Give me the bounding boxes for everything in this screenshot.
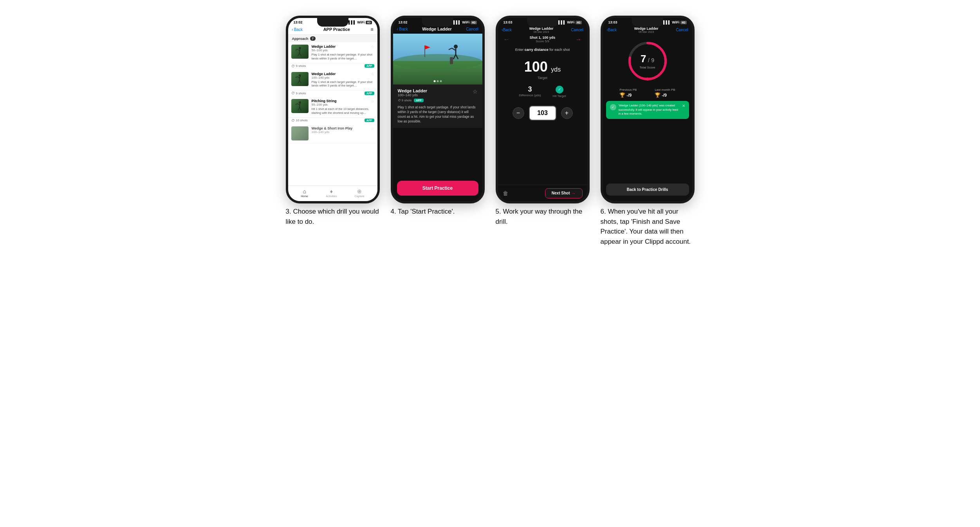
star-icon-detail[interactable]: ☆ bbox=[473, 88, 478, 95]
caption-4: 4. Tap 'Start Practice'. bbox=[391, 207, 485, 246]
phone-6-notch bbox=[632, 18, 663, 27]
drill-detail-yds-4: 100–140 yds bbox=[398, 93, 428, 97]
drill-desc-1: Play 1 shot at each target yardage. If y… bbox=[312, 53, 374, 61]
drill-yds-4: 100–140 yds bbox=[312, 130, 353, 134]
svg-point-21 bbox=[454, 45, 458, 49]
time-4: 13:02 bbox=[399, 20, 408, 24]
drill-detail-card-4: Wedge Ladder 100–140 yds ☆ ⏱ 9 shots APP… bbox=[393, 85, 482, 128]
drill-name-3: Pitching String bbox=[312, 99, 337, 103]
phone-4-screen: 13:02 ▌▌▌ WiFi 4G ‹ Back Wedge Ladder Ca… bbox=[393, 18, 482, 201]
drill-meta-2: ⏱ 9 shots APP bbox=[288, 90, 377, 97]
stats-row: 3 Difference (yds) ✓ Hit Target bbox=[498, 81, 587, 102]
svg-line-3 bbox=[300, 53, 301, 56]
success-toast: ✓ 'Wedge Ladder (100–140 yds)' was creat… bbox=[606, 101, 689, 119]
app-badge-3: APP bbox=[365, 119, 374, 122]
capture-icon: ⊕ bbox=[357, 188, 362, 194]
next-shot-button[interactable]: Next Shot → bbox=[545, 188, 583, 198]
drill-item-3[interactable]: Pitching String 55–100 yds ☆ Hit 1 shot … bbox=[288, 97, 377, 118]
drill-meta-1: ⏱ 9 shots APP bbox=[288, 63, 377, 70]
phone-4-section: 13:02 ▌▌▌ WiFi 4G ‹ Back Wedge Ladder Ca… bbox=[391, 16, 485, 203]
phone-5-notch bbox=[527, 18, 558, 27]
cancel-button-6[interactable]: Cancel bbox=[676, 28, 688, 32]
trophy-icon-1: 🏆 bbox=[619, 92, 625, 98]
battery-icon-4: 4G bbox=[471, 21, 476, 24]
drill-desc-3: Hit 1 shot at each of the 10 target dist… bbox=[312, 107, 374, 115]
star-icon-1[interactable]: ☆ bbox=[371, 45, 374, 49]
caption-6: 6. When you've hit all your shots, tap '… bbox=[601, 207, 695, 246]
shots-count-2: ⏱ 9 shots bbox=[291, 91, 306, 95]
category-label-3: Approach 7 bbox=[288, 35, 377, 42]
phones-container: 13:02 ▌▌▌ WiFi 4G ‹ Back APP Practice ≡ … bbox=[286, 16, 695, 203]
score-circle-wrap: 7 / 9 Total Score bbox=[626, 40, 669, 83]
phone-6-screen: 13:03 ▌▌▌ WiFi 4G ‹ Back Wedge Ladder 06… bbox=[603, 18, 692, 201]
back-button-4[interactable]: ‹ Back bbox=[397, 27, 408, 31]
last-month-pb-value: 🏆 -/9 bbox=[655, 92, 675, 98]
phone-3-frame: 13:02 ▌▌▌ WiFi 4G ‹ Back APP Practice ≡ … bbox=[286, 16, 380, 203]
svg-line-11 bbox=[296, 77, 298, 77]
start-practice-container: Start Practice bbox=[393, 177, 482, 201]
back-button-5[interactable]: ‹ Back bbox=[502, 28, 512, 32]
trash-icon[interactable]: 🗑 bbox=[503, 190, 508, 196]
phone-4-frame: 13:02 ▌▌▌ WiFi 4G ‹ Back Wedge Ladder Ca… bbox=[391, 16, 485, 203]
drill-item-1[interactable]: Wedge Ladder 50–100 yds ☆ Play 1 shot at… bbox=[288, 42, 377, 63]
phone-5-screen: 13:03 ▌▌▌ WiFi 4G ‹ Back Wedge Ladder 06… bbox=[498, 18, 587, 201]
status-icons-6: ▌▌▌ WiFi 4G bbox=[663, 20, 686, 24]
start-practice-button[interactable]: Start Practice bbox=[397, 181, 478, 196]
signal-icon-3: ▌▌▌ bbox=[348, 20, 356, 24]
cancel-button-4[interactable]: Cancel bbox=[466, 27, 478, 31]
wifi-icon-6: WiFi bbox=[672, 20, 679, 24]
pb-row: Previous PB 🏆 -/9 Last month PB 🏆 -/9 bbox=[603, 85, 692, 101]
star-icon-4[interactable]: ☆ bbox=[371, 126, 374, 131]
cancel-button-5[interactable]: Cancel bbox=[571, 28, 583, 32]
drill-yds-3: 55–100 yds bbox=[312, 103, 337, 106]
phone-5-frame: 13:03 ▌▌▌ WiFi 4G ‹ Back Wedge Ladder 06… bbox=[496, 16, 590, 203]
star-icon-2[interactable]: ☆ bbox=[371, 72, 374, 76]
drill-detail-desc-4: Play 1 shot at each target yardage. If y… bbox=[398, 105, 478, 124]
svg-line-5 bbox=[296, 49, 298, 50]
tab-capture[interactable]: ⊕ Capture bbox=[355, 188, 365, 198]
hit-target-icon: ✓ bbox=[556, 86, 563, 94]
signal-icon-4: ▌▌▌ bbox=[453, 20, 461, 24]
clock-icon-4: ⏱ bbox=[398, 99, 401, 102]
dot-1 bbox=[433, 80, 435, 82]
status-icons-4: ▌▌▌ WiFi 4G bbox=[453, 20, 476, 24]
back-button-6[interactable]: ‹ Back bbox=[607, 28, 617, 32]
shots-count-1: ⏱ 9 shots bbox=[291, 64, 306, 68]
golfer-icon-1 bbox=[294, 46, 306, 57]
drill-item-4[interactable]: Wedge & Short Iron Play 100–140 yds ☆ bbox=[288, 124, 377, 143]
tab-home[interactable]: ⌂ Home bbox=[301, 188, 308, 198]
svg-point-20 bbox=[393, 54, 482, 70]
toast-text: 'Wedge Ladder (100–140 yds)' was created… bbox=[619, 104, 680, 116]
nav-title-6: Wedge Ladder 06 Mar 2023 bbox=[634, 27, 659, 33]
tab-activities[interactable]: ♦ Activities bbox=[326, 188, 337, 198]
golfer-icon-3 bbox=[294, 101, 306, 112]
dot-3 bbox=[440, 80, 442, 82]
svg-line-8 bbox=[298, 81, 300, 83]
toast-close-button[interactable]: ✕ bbox=[682, 104, 685, 108]
menu-icon-3[interactable]: ≡ bbox=[370, 27, 373, 32]
time-3: 13:02 bbox=[294, 20, 303, 24]
back-button-3[interactable]: ‹ Back bbox=[292, 27, 303, 32]
increment-button[interactable]: + bbox=[561, 107, 573, 119]
back-to-drills-container: Back to Practice Drills bbox=[603, 180, 692, 201]
phone-4-notch bbox=[422, 18, 453, 27]
drill-desc-2: Play 1 shot at each target yardage. If y… bbox=[312, 80, 374, 88]
next-shot-arrow[interactable]: → bbox=[576, 36, 582, 43]
next-shot-arrow-icon: → bbox=[572, 191, 576, 196]
drill-yds-2: 100–140 yds bbox=[312, 76, 336, 79]
yds-input[interactable] bbox=[529, 106, 556, 121]
wifi-icon-3: WiFi bbox=[357, 20, 365, 24]
star-icon-3[interactable]: ☆ bbox=[371, 99, 374, 103]
wifi-icon-5: WiFi bbox=[567, 20, 574, 24]
shot-nav-row: ← Shot 1, 100 yds Score 5/9 → bbox=[498, 34, 587, 45]
bottom-tab-bar-3: ⌂ Home ♦ Activities ⊕ Capture bbox=[288, 185, 377, 201]
decrement-button[interactable]: − bbox=[513, 107, 524, 119]
svg-line-14 bbox=[298, 108, 300, 110]
prev-shot-arrow[interactable]: ← bbox=[504, 36, 510, 43]
time-6: 13:03 bbox=[608, 20, 617, 24]
golfer-icon-2 bbox=[294, 74, 306, 85]
svg-line-7 bbox=[300, 77, 300, 81]
drill-item-2[interactable]: Wedge Ladder 100–140 yds ☆ Play 1 shot a… bbox=[288, 70, 377, 91]
battery-icon-5: 4G bbox=[576, 21, 581, 24]
back-to-drills-button[interactable]: Back to Practice Drills bbox=[606, 183, 689, 196]
